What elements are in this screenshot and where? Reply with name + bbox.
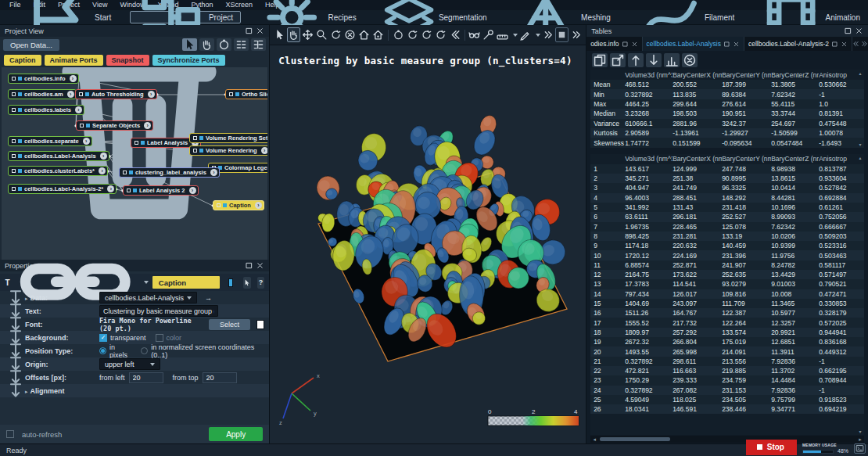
pin-icon[interactable] bbox=[6, 381, 25, 401]
close-circle-icon[interactable] bbox=[682, 53, 698, 67]
color-checkbox[interactable] bbox=[156, 334, 163, 342]
tag-caption[interactable]: Caption bbox=[4, 55, 41, 66]
pan-hand-icon[interactable] bbox=[287, 27, 300, 42]
table-row[interactable]: 22472.821116.663219.88511.37020.662195 bbox=[590, 366, 864, 375]
float-panel-icon[interactable] bbox=[245, 27, 253, 35]
table-row[interactable]: 1317.3783114.54193.02799.010030.790521 bbox=[590, 279, 864, 289]
from-left-input[interactable] bbox=[129, 372, 163, 383]
apply-button[interactable]: Apply bbox=[209, 427, 263, 441]
zoom-icon[interactable] bbox=[315, 27, 328, 42]
spin-icon[interactable] bbox=[392, 27, 405, 42]
node-port-icon[interactable]: › bbox=[210, 169, 217, 176]
in-pixels-radio[interactable] bbox=[99, 347, 106, 354]
tag-synchronize-ports[interactable]: Synchronize Ports bbox=[152, 55, 225, 66]
node-port-icon[interactable]: › bbox=[83, 138, 90, 145]
table-row[interactable]: 71.96735228.465125.0787.623420.666667 bbox=[590, 222, 864, 232]
probe-icon[interactable] bbox=[482, 27, 495, 42]
node-clustering-label-analysis[interactable]: clustering_label_analysis› bbox=[119, 167, 220, 178]
ribbon-tab-segmentation[interactable]: Segmentation bbox=[375, 11, 495, 23]
stop-button[interactable]: Stop bbox=[746, 440, 797, 455]
home-icon[interactable] bbox=[357, 27, 371, 42]
node-ortho-slice[interactable]: Ortho Slice› bbox=[225, 89, 267, 99]
table-row[interactable]: 14797.434126.017109.81610.0080.472471 bbox=[590, 289, 864, 299]
node-graph[interactable]: cellbodies.info›cellbodies.am›cellbodies… bbox=[2, 67, 267, 260]
node-port-icon[interactable]: › bbox=[255, 202, 262, 209]
node-cellbodies-separate[interactable]: cellbodies.separate› bbox=[8, 136, 92, 146]
pool-view-icon[interactable] bbox=[251, 38, 266, 51]
histogram-icon[interactable] bbox=[664, 53, 680, 67]
node-port-icon[interactable]: › bbox=[70, 75, 77, 82]
open-data-button[interactable]: Open Data... bbox=[3, 39, 59, 51]
table-row[interactable]: Median3.23268198.503190.95133.37440.8139… bbox=[590, 109, 864, 118]
tab-odies-info[interactable]: odies.info bbox=[586, 37, 642, 51]
tag-animate-ports[interactable]: Animate Ports bbox=[45, 55, 103, 66]
table-row[interactable]: 122164.75173.622252.63513.44290.571497 bbox=[590, 270, 864, 279]
close-tab-icon[interactable] bbox=[733, 41, 740, 48]
set-home-icon[interactable] bbox=[371, 27, 385, 42]
table-row[interactable]: 192672.32266.804175.01912.68510.836168 bbox=[590, 337, 864, 346]
statistics-table[interactable]: ▴▾ Volume3d (nm^3)BaryCenterX (nm)BaryCe… bbox=[590, 70, 864, 148]
table-row[interactable]: 210.327892298.611213.5567.92836-1 bbox=[590, 357, 864, 366]
node-port-icon[interactable]: › bbox=[100, 153, 107, 160]
node-port-icon[interactable]: › bbox=[99, 167, 106, 174]
node-cellbodies-info[interactable]: cellbodies.info› bbox=[8, 74, 79, 84]
font-select-button[interactable]: Select bbox=[209, 319, 250, 330]
node-port-icon[interactable]: › bbox=[261, 147, 267, 154]
more-tools-icon[interactable] bbox=[541, 27, 554, 42]
measures-table[interactable]: ▴▾ Volume3d (nm^3)BaryCenterX (nm)BaryCe… bbox=[590, 154, 864, 435]
translate-icon[interactable] bbox=[301, 27, 314, 42]
interact-mode-icon[interactable] bbox=[217, 38, 231, 51]
scroll-left-icon[interactable]: ◂ bbox=[590, 436, 598, 443]
table-row[interactable]: 2618.0341146.591238.4469.347710.694219 bbox=[590, 404, 864, 414]
node-volume-rendering[interactable]: Volume Rendering› bbox=[189, 145, 267, 156]
pick-button[interactable] bbox=[243, 277, 250, 289]
table-row[interactable]: 161511.26164.767122.38710.59770.328179 bbox=[590, 308, 864, 318]
node-label-analysis-2[interactable]: Label Analysis 2› bbox=[123, 185, 199, 196]
ribbon-tab-recipes[interactable]: Recipes bbox=[252, 11, 364, 23]
move-down-icon[interactable] bbox=[646, 53, 662, 67]
help-button[interactable]: ? bbox=[257, 277, 264, 289]
rotate-y-icon[interactable] bbox=[420, 27, 433, 42]
expander-icon[interactable]: ▸ bbox=[25, 389, 28, 394]
tag-snapshot[interactable]: Snapshot bbox=[106, 55, 149, 66]
table-row[interactable]: 1143.617124.999247.7488.989380.813787 bbox=[590, 164, 864, 174]
close-panel-icon[interactable] bbox=[855, 27, 863, 35]
table-row[interactable]: 5341.992131.43231.41810.16960.61261 bbox=[590, 203, 864, 212]
goto-data-icon[interactable]: → bbox=[205, 294, 212, 302]
data-dropdown[interactable]: cellbodies.Label-Analysis bbox=[99, 292, 197, 303]
copy-icon[interactable] bbox=[592, 53, 608, 67]
node-port-icon[interactable]: › bbox=[107, 185, 114, 192]
close-panel-icon[interactable] bbox=[256, 27, 264, 35]
table-row[interactable]: 240.327892267.082231.1537.92836-1 bbox=[590, 386, 864, 395]
font-color-swatch[interactable] bbox=[256, 320, 264, 329]
node-cellbodies-am[interactable]: cellbodies.am› bbox=[8, 89, 77, 99]
ribbon-tab-filament[interactable]: Filament bbox=[629, 11, 742, 23]
chevron-down-icon[interactable] bbox=[513, 34, 518, 37]
node-volume-rendering-settings[interactable]: Volume Rendering Settings› bbox=[189, 133, 267, 143]
annotate-icon[interactable] bbox=[518, 27, 532, 42]
origin-dropdown[interactable]: upper left bbox=[99, 358, 160, 370]
table-row[interactable]: Skewness1.747720.151599-0.0956340.054748… bbox=[590, 138, 864, 147]
table-row[interactable]: 171555.52217.732122.26412.32570.572025 bbox=[590, 318, 864, 327]
remove-view-icon[interactable] bbox=[343, 27, 357, 42]
single-view-layout-icon[interactable] bbox=[555, 27, 569, 42]
table-row[interactable]: 181809.97257.292133.57420.99210.944941 bbox=[590, 328, 864, 337]
module-name-field[interactable]: Caption bbox=[152, 276, 220, 289]
table-row[interactable]: 3404.947241.74996.332510.04140.527842 bbox=[590, 183, 864, 192]
rotate-x-icon[interactable] bbox=[406, 27, 419, 42]
node-cellbodies-label-analysis[interactable]: cellbodies.Label-Analysis› bbox=[8, 151, 109, 161]
more-layout-icon[interactable] bbox=[569, 27, 583, 42]
move-up-icon[interactable] bbox=[628, 53, 644, 67]
from-top-input[interactable] bbox=[203, 372, 237, 383]
table-row[interactable]: 496.4003288.451148.2928.442810.692884 bbox=[590, 193, 864, 203]
float-tab-icon[interactable] bbox=[831, 41, 838, 48]
node-port-icon[interactable]: › bbox=[67, 91, 74, 98]
float-panel-icon[interactable] bbox=[245, 261, 253, 270]
ribbon-tab-animation[interactable]: Animation bbox=[753, 11, 868, 23]
float-panel-icon[interactable] bbox=[844, 27, 852, 35]
auto-refresh-checkbox[interactable] bbox=[6, 430, 14, 438]
table-row[interactable]: Min0.327892113.83589.63847.62342-1 bbox=[590, 89, 864, 99]
select-arrow-icon[interactable] bbox=[273, 27, 286, 42]
tab-scroll-left-icon[interactable] bbox=[852, 39, 860, 48]
module-color-swatch[interactable] bbox=[228, 278, 234, 287]
